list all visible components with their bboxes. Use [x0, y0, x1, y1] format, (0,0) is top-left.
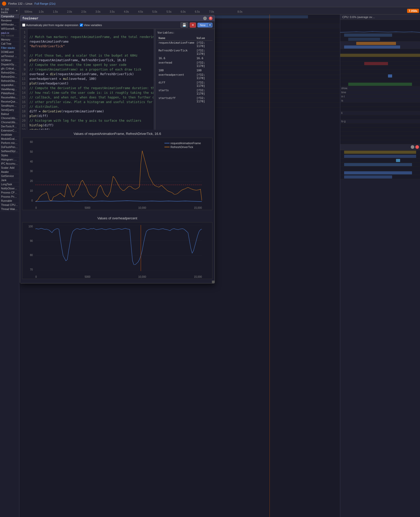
- right-panel: CPU: 0.6% (average ov…: [340, 14, 420, 517]
- code-line-6: plot(requestAnimationFrame, RefreshDrive…: [29, 58, 126, 62]
- sidebar-item-moduleeval[interactable]: ModuleEvaluati…: [0, 137, 19, 141]
- y2-label-80: 80: [30, 254, 33, 257]
- sidebar-item-paulcx[interactable]: paul.cx: [0, 31, 19, 34]
- tracks-filter-icon[interactable]: ▼: [15, 9, 18, 12]
- sidebar-item-refreshdriver2[interactable]: RefreshDriverTi…: [0, 75, 19, 79]
- var-name-2: 16.6: [157, 56, 195, 60]
- var-name-6: diff: [157, 80, 195, 88]
- sidebar-item-longtask[interactable]: LongTask: [0, 182, 19, 187]
- view-variables-checkbox[interactable]: [80, 24, 83, 27]
- sidebar-item-domevent[interactable]: DOMEvent: [0, 50, 19, 54]
- sidebar-item-chromeutils1[interactable]: ChromeUtils.im…: [0, 116, 19, 120]
- sidebar-item-processcputime[interactable]: Process CPU Ti…: [0, 191, 19, 195]
- sidebar-item-gcminor[interactable]: GCMinor: [0, 58, 19, 63]
- sidebar-item-pwebrender[interactable]: PWebRenderBri…: [0, 91, 19, 96]
- sidebar-item-threadcpu[interactable]: Thread CPU use…: [0, 203, 19, 207]
- sidebar-item-processpriority[interactable]: Process Priority: [0, 195, 19, 199]
- sidebar-item-sendquery[interactable]: SendQuery: [0, 108, 19, 112]
- sidebar-item-gfxcritical[interactable]: gfx::CriticalErro…: [0, 67, 19, 71]
- sidebar-item-runnable[interactable]: Runnable: [0, 199, 19, 203]
- sidebar-item-filterstacks[interactable]: Filter stacks:: [0, 46, 19, 50]
- sidebar-item-requestanim[interactable]: requestAnimati…: [0, 83, 19, 87]
- modal-resize-handle[interactable]: [212, 281, 215, 283]
- sidebar-item-wrscene[interactable]: WRSceneB…: [0, 27, 19, 31]
- right-track-bar-2: [348, 38, 380, 41]
- code-line-9: overhead = div(requestAnimationFrame, Re…: [29, 72, 134, 76]
- sidebar-item-receivequery[interactable]: ReceiveQueryRe…: [0, 100, 19, 104]
- view-variables-text: View variables: [84, 24, 102, 27]
- sidebar-item-memory[interactable]: Memory: [0, 38, 19, 42]
- cpu-bar-area: [340, 20, 420, 33]
- sidebar-item-histogram[interactable]: Histogram::Add: [0, 158, 19, 162]
- new-button-arrow[interactable]: ▼: [208, 23, 212, 27]
- sidebar-item-compositor[interactable]: Compositor: [0, 14, 19, 19]
- var-row-1: RefreshDriverTick[f32; 1170]: [157, 48, 212, 56]
- chart1-wrapper: 60 50 40 30 20 10 0: [22, 138, 212, 210]
- cancel-button[interactable]: ✕: [190, 22, 196, 28]
- sidebar-item-receivemsg[interactable]: ReceiveMessag…: [0, 96, 19, 100]
- sidebar-item-dispatch[interactable]: DispatchSynthM…: [0, 63, 19, 67]
- close-button[interactable]: ✕: [209, 17, 212, 20]
- new-button-main[interactable]: New: [198, 23, 208, 27]
- tracks-count: 9 / 200 tracks: [1, 8, 15, 14]
- right-track-bar-24: [344, 163, 412, 166]
- sidebar-item-renderer[interactable]: Renderer: [0, 19, 19, 23]
- right-track-bar-21: [344, 151, 416, 154]
- right-minimize-btn[interactable]: [411, 145, 414, 149]
- right-track-bar-12: [348, 83, 412, 86]
- chart2-yaxis: 100 90 80 70: [22, 225, 34, 271]
- code-line-1: // Match two markers: requestAnimationFr…: [29, 35, 154, 39]
- right-close-area: [340, 144, 420, 150]
- right-track-18: [340, 132, 420, 136]
- line-num: 3: [20, 39, 26, 44]
- line-num: 14: [20, 90, 26, 95]
- sidebar-item-doflush[interactable]: DoFlushPending…: [0, 145, 19, 149]
- save-button[interactable]: 💾: [180, 22, 188, 28]
- auto-plot-label[interactable]: Automaticaly plot from regular expressio…: [22, 24, 78, 27]
- sidebar-item-ipcaccum[interactable]: IPC Accumulato…: [0, 162, 19, 166]
- right-track-2: [340, 37, 420, 41]
- sidebar-item-devtools[interactable]: DevTools:RDP A…: [0, 125, 19, 129]
- sidebar-item-bailout[interactable]: Bailout: [0, 112, 19, 116]
- right-track-15: [340, 115, 420, 119]
- sidebar-item-awake[interactable]: Awake: [0, 170, 19, 174]
- sidebar-item-microta[interactable]: Perform microta…: [0, 141, 19, 145]
- minimize-button[interactable]: –: [203, 17, 207, 20]
- sidebar-item-threadwake[interactable]: Thread Wake-up…: [0, 207, 19, 211]
- var-name-0: requestAnimationFrame: [157, 41, 195, 49]
- sidebar-item-viewmanager[interactable]: ViewManagerFl…: [0, 87, 19, 91]
- sidebar-item-scalaradd[interactable]: Scalar::Add: [0, 166, 19, 170]
- right-close-btn[interactable]: [415, 145, 419, 149]
- full-range-btn[interactable]: Full Range (21s): [35, 2, 56, 5]
- view-variables-label[interactable]: View variables: [80, 24, 102, 27]
- sidebar-item-extensionchild[interactable]: ExtensionChild: [0, 129, 19, 133]
- cpu-label: CPU: 0.6% (average ov…: [342, 16, 375, 19]
- sidebar-item-notifyobserver[interactable]: NotifyObserver…: [0, 187, 19, 191]
- ruler-mark-55s: 5.5s: [167, 10, 171, 13]
- sidebar-item-chromeutils2[interactable]: ChromeUtils.im…: [0, 120, 19, 125]
- ruler-mark-15s: 1.5s: [53, 10, 58, 13]
- ruler-mark-65s: 6.5s: [195, 10, 200, 13]
- right-track-24: [340, 163, 420, 167]
- sidebar-item-setneedstyle[interactable]: SetNeedStyleFlu…: [0, 149, 19, 153]
- sidebar-item-wrrender[interactable]: WRRender…: [0, 23, 19, 27]
- legend-label-raf: requestAnimationFrame: [171, 142, 201, 145]
- chart1-orange-line: [35, 151, 202, 202]
- sidebar-item-refreshobserve[interactable]: RefreshObserve…: [0, 79, 19, 83]
- sidebar-item-settimeout[interactable]: setTimeout callb…: [0, 54, 19, 58]
- line-num: 22: [20, 128, 26, 130]
- right-track-6: [340, 57, 420, 61]
- sidebar-item-calltree[interactable]: Call Tree: [0, 42, 19, 46]
- code-editor[interactable]: // Match two markers: requestAnimationFr…: [27, 29, 154, 130]
- right-track-10: [340, 74, 420, 78]
- auto-plot-checkbox[interactable]: [22, 24, 25, 27]
- sidebar-item-sendasync[interactable]: SendAsyncMess…: [0, 104, 19, 108]
- sidebar-item-getservice[interactable]: GetService: [0, 174, 19, 178]
- line-num: 11: [20, 76, 26, 81]
- sidebar-item-jank[interactable]: Jank: [0, 178, 19, 182]
- y2-label-90: 90: [30, 240, 33, 242]
- line-num: 7: [20, 58, 26, 63]
- sidebar-item-styles[interactable]: Styles: [0, 153, 19, 158]
- sidebar-item-refreshdriver1[interactable]: RefreshDriverTi…: [0, 71, 19, 75]
- sidebar-item-invalidate[interactable]: Invalidate: [0, 133, 19, 137]
